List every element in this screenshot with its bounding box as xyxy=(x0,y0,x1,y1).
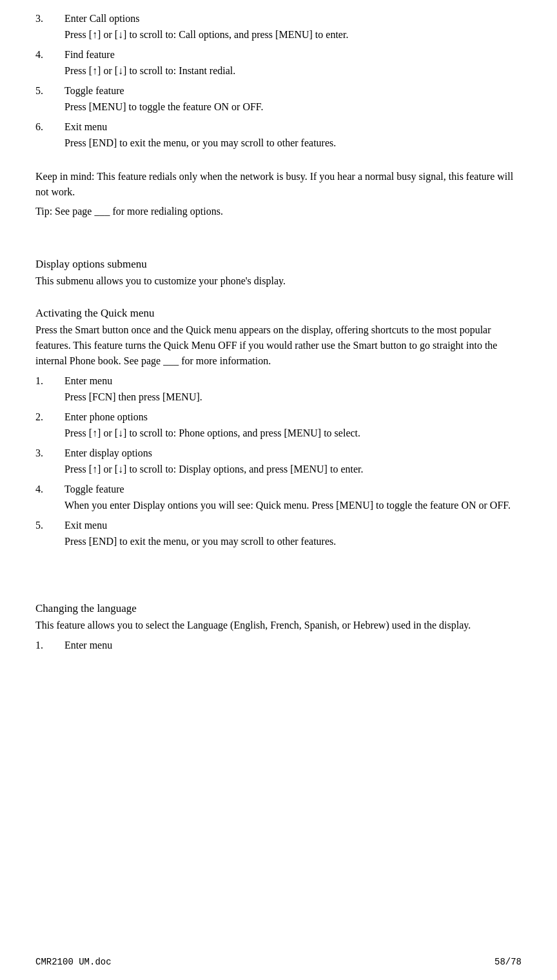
quick-menu-title-4: Toggle feature xyxy=(64,484,124,495)
quick-menu-number-1: 1. xyxy=(35,375,64,387)
item-number-6: 6. xyxy=(35,121,64,133)
quick-menu-number-4: 4. xyxy=(35,484,64,495)
footer-filename: CMR2100 UM.doc xyxy=(35,957,112,967)
item-number-3: 3. xyxy=(35,13,64,24)
quick-menu-number-2: 2. xyxy=(35,411,64,423)
item-number-4: 4. xyxy=(35,49,64,61)
quick-menu-title-1: Enter menu xyxy=(64,375,112,387)
item-title-6: Exit menu xyxy=(64,121,107,133)
item-body-5: Press [MENU] to toggle the feature ON or… xyxy=(64,99,522,115)
item-body-4: Press [↑] or [↓] to scroll to: Instant r… xyxy=(64,63,522,79)
language-item-1: 1. Enter menu xyxy=(35,640,522,651)
quick-menu-intro: Press the Smart button once and the Quic… xyxy=(35,322,522,369)
item-title-5: Toggle feature xyxy=(64,85,124,97)
quick-menu-item-2: 2. Enter phone options xyxy=(35,411,522,423)
item-body-3: Press [↑] or [↓] to scroll to: Call opti… xyxy=(64,27,522,43)
call-options-item-5: 5. Toggle feature xyxy=(35,85,522,97)
call-options-item-3: 3. Enter Call options xyxy=(35,13,522,24)
language-number-1: 1. xyxy=(35,640,64,651)
quick-menu-heading: Activating the Quick menu xyxy=(35,307,522,320)
quick-menu-item-5: 5. Exit menu xyxy=(35,520,522,531)
quick-menu-number-3: 3. xyxy=(35,447,64,459)
display-options-heading: Display options submenu xyxy=(35,258,522,271)
item-number-5: 5. xyxy=(35,85,64,97)
quick-menu-title-3: Enter display options xyxy=(64,447,152,459)
quick-menu-item-4: 4. Toggle feature xyxy=(35,484,522,495)
quick-menu-body-4: When you enter Display ontions you will … xyxy=(64,498,522,513)
keep-in-mind-note: Keep in mind: This feature redials only … xyxy=(35,169,522,200)
quick-menu-title-2: Enter phone options xyxy=(64,411,148,423)
call-options-item-4: 4. Find feature xyxy=(35,49,522,61)
language-intro: This feature allows you to select the La… xyxy=(35,618,522,633)
language-title-1: Enter menu xyxy=(64,640,112,651)
quick-menu-item-3: 3. Enter display options xyxy=(35,447,522,459)
quick-menu-number-5: 5. xyxy=(35,520,64,531)
quick-menu-body-2: Press [↑] or [↓] to scroll to: Phone opt… xyxy=(64,426,522,441)
display-options-intro: This submenu allows you to customize you… xyxy=(35,273,522,289)
page-footer: CMR2100 UM.doc 58/78 xyxy=(35,957,522,967)
quick-menu-body-1: Press [FCN] then press [MENU]. xyxy=(64,389,522,405)
quick-menu-title-5: Exit menu xyxy=(64,520,107,531)
footer-page: 58/78 xyxy=(494,957,522,967)
tip-text: Tip: See page ___ for more redialing opt… xyxy=(35,204,522,219)
language-heading: Changing the language xyxy=(35,602,522,615)
item-body-6: Press [END] to exit the menu, or you may… xyxy=(64,135,522,151)
quick-menu-body-5: Press [END] to exit the menu, or you may… xyxy=(64,534,522,549)
call-options-item-6: 6. Exit menu xyxy=(35,121,522,133)
quick-menu-item-1: 1. Enter menu xyxy=(35,375,522,387)
quick-menu-body-3: Press [↑] or [↓] to scroll to: Display o… xyxy=(64,462,522,477)
page-content: 3. Enter Call options Press [↑] or [↓] t… xyxy=(35,13,522,651)
item-title-4: Find feature xyxy=(64,49,115,61)
item-title-3: Enter Call options xyxy=(64,13,139,24)
